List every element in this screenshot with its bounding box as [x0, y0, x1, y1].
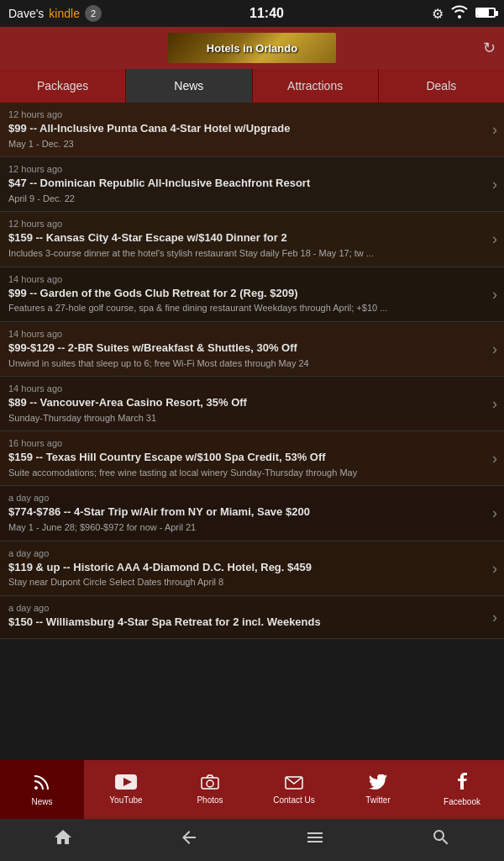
envelope-icon — [285, 774, 303, 794]
feed-subtitle: Features a 27-hole golf course, spa & fi… — [8, 302, 479, 314]
feed-title: $99 -- Garden of the Gods Club Retreat f… — [8, 287, 479, 301]
feed-title: $150 -- Williamsburg 4-Star Spa Retreat … — [8, 615, 479, 630]
feed-subtitle: Unwind in suites that sleep up to 6; fre… — [8, 357, 479, 369]
youtube-icon — [115, 774, 137, 794]
camera-icon — [201, 774, 219, 794]
feed-time: 12 hours ago — [8, 164, 479, 174]
clock: 11:40 — [249, 6, 284, 21]
tab-news[interactable]: News — [126, 69, 252, 103]
feed-list: 12 hours ago $99 -- All-Inclusive Punta … — [0, 103, 504, 760]
feed-title: $774-$786 -- 4-Star Trip w/Air from NY o… — [8, 505, 479, 520]
feed-item-0[interactable]: 12 hours ago $99 -- All-Inclusive Punta … — [0, 103, 504, 157]
feed-title: $119 & up -- Historic AAA 4-Diamond D.C.… — [8, 561, 479, 575]
tab-packages[interactable]: Packages — [0, 69, 126, 103]
feed-item-2[interactable]: 12 hours ago $159 -- Kansas City 4-Star … — [0, 212, 504, 267]
facebook-icon — [456, 773, 468, 795]
chevron-icon: › — [492, 285, 497, 303]
menu-button[interactable] — [298, 821, 332, 859]
banner-logo: Hotels in Orlando — [168, 33, 336, 63]
notification-badge: 2 — [85, 5, 102, 22]
feed-subtitle: Includes 3-course dinner at the hotel's … — [8, 247, 479, 259]
feed-item-9[interactable]: a day ago $150 -- Williamsburg 4-Star Sp… — [0, 596, 504, 639]
feed-time: 12 hours ago — [8, 219, 479, 229]
nav-label-contactus: Contact Us — [273, 795, 314, 805]
feed-time: 12 hours ago — [8, 109, 479, 119]
svg-point-4 — [207, 780, 213, 787]
nav-label-news: News — [31, 797, 52, 806]
feed-item-7[interactable]: a day ago $774-$786 -- 4-Star Trip w/Air… — [0, 486, 504, 541]
home-button[interactable] — [46, 821, 80, 859]
feed-item-1[interactable]: 12 hours ago $47 -- Dominican Republic A… — [0, 157, 504, 212]
tab-attractions[interactable]: Attractions — [253, 69, 379, 103]
chevron-icon: › — [492, 230, 497, 248]
feed-title: $99 -- All-Inclusive Punta Cana 4-Star H… — [8, 122, 479, 136]
nav-item-news[interactable]: News — [0, 760, 84, 819]
feed-subtitle: Sunday-Thursday through March 31 — [8, 412, 479, 424]
nav-item-facebook[interactable]: Facebook — [420, 760, 504, 819]
feed-item-6[interactable]: 16 hours ago $159 -- Texas Hill Country … — [0, 431, 504, 486]
device-type-label: kindle — [49, 7, 80, 20]
feed-time: 14 hours ago — [8, 383, 479, 394]
svg-point-0 — [34, 786, 38, 790]
feed-title: $89 -- Vancouver-Area Casino Resort, 35%… — [8, 396, 479, 410]
feed-time: 14 hours ago — [8, 274, 479, 284]
chevron-icon: › — [492, 504, 497, 522]
feed-title: $47 -- Dominican Republic All-Inclusive … — [8, 177, 479, 191]
feed-title: $159 -- Texas Hill Country Escape w/$100… — [8, 451, 479, 465]
bottom-nav: News YouTube Photos Contact Us — [0, 760, 504, 819]
tab-deals[interactable]: Deals — [379, 69, 504, 103]
battery-icon — [475, 6, 496, 21]
feed-item-8[interactable]: a day ago $119 & up -- Historic AAA 4-Di… — [0, 541, 504, 596]
feed-item-5[interactable]: 14 hours ago $89 -- Vancouver-Area Casin… — [0, 377, 504, 431]
chevron-icon: › — [492, 340, 497, 357]
feed-item-3[interactable]: 14 hours ago $99 -- Garden of the Gods C… — [0, 267, 504, 322]
chevron-icon: › — [492, 608, 497, 626]
feed-title: $99-$129 -- 2-BR Suites w/Breakfast & Sh… — [8, 341, 479, 356]
status-bar: Dave's kindle 2 11:40 ⚙ — [0, 0, 504, 27]
nav-item-photos[interactable]: Photos — [168, 760, 252, 819]
feed-subtitle: May 1 - Dec. 23 — [8, 138, 479, 150]
nav-label-twitter: Twitter — [365, 795, 390, 805]
banner-text: Hotels in Orlando — [207, 42, 297, 55]
twitter-icon — [369, 774, 387, 794]
feed-subtitle: April 9 - Dec. 22 — [8, 193, 479, 204]
nav-label-photos: Photos — [197, 795, 223, 805]
nav-label-facebook: Facebook — [444, 797, 480, 806]
feed-title: $159 -- Kansas City 4-Star Escape w/$140… — [8, 231, 479, 246]
chevron-icon: › — [492, 450, 497, 467]
feed-time: a day ago — [8, 548, 479, 558]
device-name-label: Dave's — [8, 7, 44, 20]
rss-icon — [33, 773, 51, 795]
feed-subtitle: Suite accomodations; free wine tasting a… — [8, 467, 479, 478]
chevron-icon: › — [492, 121, 497, 139]
feed-subtitle: May 1 - June 28; $960-$972 for now - Apr… — [8, 521, 479, 533]
nav-item-contactus[interactable]: Contact Us — [252, 760, 336, 819]
feed-time: a day ago — [8, 603, 479, 613]
wifi-icon — [450, 5, 469, 22]
tab-bar: Packages News Attractions Deals — [0, 69, 504, 103]
feed-time: 16 hours ago — [8, 438, 479, 448]
chevron-icon: › — [492, 176, 497, 193]
nav-label-youtube: YouTube — [109, 795, 142, 805]
refresh-icon[interactable]: ↻ — [483, 39, 496, 57]
search-button[interactable] — [424, 821, 458, 859]
nav-item-twitter[interactable]: Twitter — [336, 760, 420, 819]
chevron-icon: › — [492, 395, 497, 413]
back-button[interactable] — [172, 821, 206, 859]
feed-item-4[interactable]: 14 hours ago $99-$129 -- 2-BR Suites w/B… — [0, 322, 504, 377]
chevron-icon: › — [492, 559, 497, 577]
feed-subtitle: Stay near Dupont Circle Select Dates thr… — [8, 576, 479, 588]
settings-icon[interactable]: ⚙ — [432, 6, 444, 22]
nav-item-youtube[interactable]: YouTube — [84, 760, 168, 819]
feed-time: 14 hours ago — [8, 329, 479, 339]
banner: Hotels in Orlando ↻ — [0, 27, 504, 69]
system-nav — [0, 819, 504, 861]
feed-time: a day ago — [8, 493, 479, 503]
